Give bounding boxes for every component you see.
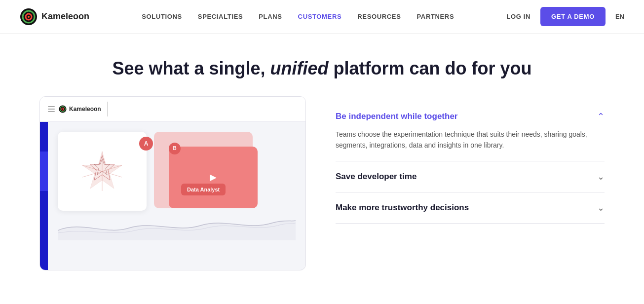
mockup-frame: Kameleoon bbox=[39, 96, 306, 270]
mockup-logo-text: Kameleoon bbox=[69, 106, 101, 113]
get-demo-button[interactable]: GET A DEMO bbox=[540, 7, 606, 26]
badge-a: A bbox=[139, 137, 153, 151]
mockup-topbar: Kameleoon bbox=[40, 97, 305, 122]
mockup-wrapper: Kameleoon bbox=[39, 96, 306, 270]
variant-b-box: ▶ bbox=[169, 147, 258, 208]
nav-plans[interactable]: PLANS bbox=[259, 13, 282, 20]
nav-solutions[interactable]: SOLUTIONS bbox=[142, 13, 182, 20]
main-content: Kameleoon bbox=[0, 96, 644, 290]
accordion-content-1: Teams choose the experimentation techniq… bbox=[336, 129, 605, 151]
star-shape bbox=[77, 147, 127, 196]
mockup-body: A B ▶ Data Analyst bbox=[40, 122, 305, 270]
variant-a-box bbox=[58, 132, 147, 211]
data-analyst-badge: Data Analyst bbox=[181, 184, 226, 195]
accordion-item-1: Be independent while together ⌃ Teams ch… bbox=[336, 101, 605, 161]
nav-specialties[interactable]: SPECIALTIES bbox=[198, 13, 243, 20]
nav-resources[interactable]: RESOURCES bbox=[357, 13, 401, 20]
logo-text: Kameleoon bbox=[41, 11, 89, 22]
hero-title: See what a single, unified platform can … bbox=[20, 57, 624, 80]
wave-chart bbox=[58, 201, 296, 240]
accordion-item-2: Save developer time ⌄ bbox=[336, 161, 605, 192]
accordion-header-1[interactable]: Be independent while together ⌃ bbox=[336, 111, 605, 122]
mockup-logo-small: Kameleoon bbox=[59, 105, 101, 113]
svg-point-3 bbox=[28, 16, 30, 18]
logo-icon bbox=[20, 8, 38, 26]
accordion-item-3: Make more trustworthy decisions ⌄ bbox=[336, 192, 605, 224]
accordion-title-2: Save developer time bbox=[336, 172, 417, 182]
hero-section: See what a single, unified platform can … bbox=[0, 34, 644, 96]
accordion-panel: Be independent while together ⌃ Teams ch… bbox=[336, 96, 605, 224]
mockup-content-area: A B ▶ Data Analyst bbox=[48, 122, 305, 270]
nav-right-actions: LOG IN GET A DEMO EN bbox=[506, 7, 624, 26]
mockup-logo-icon bbox=[59, 105, 67, 113]
hamburger-icon[interactable] bbox=[48, 106, 55, 112]
accordion-header-3[interactable]: Make more trustworthy decisions ⌄ bbox=[336, 202, 605, 213]
language-selector[interactable]: EN bbox=[615, 13, 624, 20]
mockup-divider bbox=[107, 102, 108, 116]
navigation: Kameleoon SOLUTIONS SPECIALTIES PLANS CU… bbox=[0, 0, 644, 34]
chevron-up-icon: ⌃ bbox=[597, 111, 605, 122]
nav-customers[interactable]: CUSTOMERS bbox=[298, 13, 342, 20]
logo[interactable]: Kameleoon bbox=[20, 8, 89, 26]
nav-partners[interactable]: PARTNERS bbox=[417, 13, 454, 20]
mockup-sidebar bbox=[40, 122, 48, 270]
accordion-header-2[interactable]: Save developer time ⌄ bbox=[336, 171, 605, 182]
mockup-sidebar-accent bbox=[40, 152, 48, 191]
badge-b: B bbox=[169, 143, 181, 154]
chevron-down-icon-3: ⌄ bbox=[597, 202, 605, 213]
login-link[interactable]: LOG IN bbox=[506, 13, 530, 20]
accordion-title-1: Be independent while together bbox=[336, 112, 457, 121]
chevron-down-icon-2: ⌄ bbox=[597, 171, 605, 182]
arrow-icon: ▶ bbox=[210, 172, 217, 183]
ab-test-visual: A B ▶ Data Analyst bbox=[58, 132, 296, 240]
accordion-title-3: Make more trustworthy decisions bbox=[336, 203, 469, 213]
nav-links: SOLUTIONS SPECIALTIES PLANS CUSTOMERS RE… bbox=[142, 13, 454, 20]
